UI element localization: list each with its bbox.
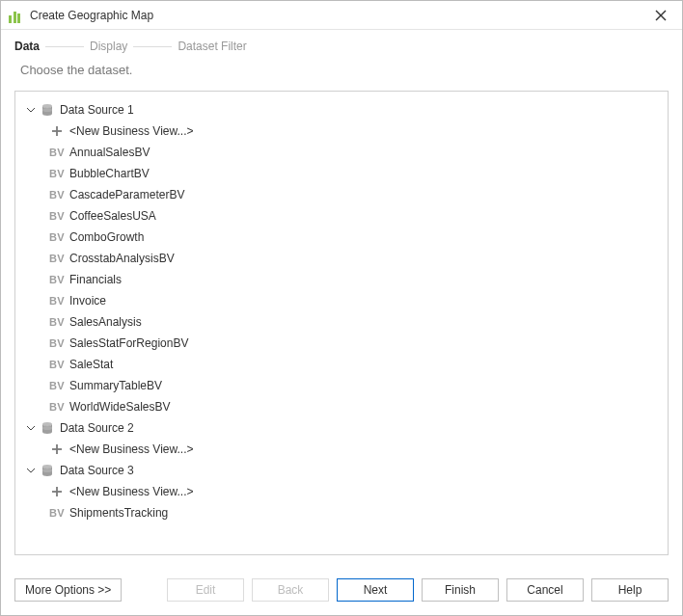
tree-bv-row[interactable]: BVSummaryTableBV [21,375,662,396]
tree-toggle[interactable] [25,104,37,116]
database-icon [39,101,56,119]
close-icon [655,10,667,21]
close-button[interactable] [647,2,674,29]
bv-icon: BV [48,398,66,415]
tree-source-label: Data Source 3 [60,464,134,477]
dataset-tree-container: Data Source 1<New Business View...>BVAnn… [14,91,669,555]
bv-icon: BV [48,292,66,309]
window-title: Create Geographic Map [30,9,153,22]
bv-icon: BV [48,228,66,246]
tree-item-label: BubbleChartBV [69,167,150,180]
app-icon [9,8,24,23]
plus-icon [48,122,66,140]
next-button[interactable]: Next [337,578,414,602]
tree-item-label: ComboGrowth [69,230,144,244]
titlebar: Create Geographic Map [1,1,682,30]
tree-item-label: CrosstabAnalysisBV [69,252,175,265]
subheader: Choose the dataset. [1,59,682,91]
tree-source-label: Data Source 1 [60,103,134,117]
tree-toggle[interactable] [25,422,37,434]
tree-bv-row[interactable]: BVInvoice [21,290,662,311]
tree-new-bv-row[interactable]: <New Business View...> [21,121,662,142]
tree-bv-row[interactable]: BVComboGrowth [21,227,662,248]
svg-point-10 [42,465,52,469]
bv-icon: BV [48,313,66,331]
back-button[interactable]: Back [252,578,329,602]
svg-point-11 [42,469,52,472]
tree-source-row[interactable]: Data Source 2 [21,417,662,439]
database-icon [41,464,54,477]
database-icon [39,462,56,479]
plus-icon [48,441,66,458]
step-separator [133,46,172,47]
help-button[interactable]: Help [591,578,669,602]
bv-icon: BV [48,271,66,288]
step-separator [45,46,84,47]
tree-bv-row[interactable]: BVCrosstabAnalysisBV [21,248,662,269]
tree-item-label: WorldWideSalesBV [69,400,170,414]
bv-icon: BV [48,144,66,161]
tree-bv-row[interactable]: BVSalesStatForRegionBV [21,333,662,354]
database-icon [39,419,56,437]
tree-item-label: SummaryTableBV [69,379,162,392]
tree-item-label: Invoice [69,294,106,308]
bv-icon: BV [48,377,66,394]
step-dataset-filter[interactable]: Dataset Filter [178,40,246,53]
tree-new-bv-row[interactable]: <New Business View...> [21,439,662,460]
bv-icon: BV [48,335,66,352]
tree-bv-row[interactable]: BVShipmentsTracking [21,502,662,523]
tree-item-label: ShipmentsTracking [69,506,168,520]
tree-source-row[interactable]: Data Source 1 [21,99,662,121]
tree-bv-row[interactable]: BVAnnualSalesBV [21,142,662,163]
tree-item-label: CascadeParameterBV [69,188,184,201]
plus-icon [51,125,63,137]
finish-button[interactable]: Finish [422,578,499,602]
tree-item-label: <New Business View...> [69,124,194,138]
svg-point-2 [42,104,52,108]
more-options-button[interactable]: More Options >> [14,578,122,602]
svg-point-7 [42,426,52,430]
bv-icon: BV [48,165,66,182]
tree-bv-row[interactable]: BVWorldWideSalesBV [21,396,662,417]
cancel-button[interactable]: Cancel [506,578,584,602]
tree-source-row[interactable]: Data Source 3 [21,460,662,481]
bv-icon: BV [48,207,66,225]
plus-icon [51,443,63,455]
dataset-tree[interactable]: Data Source 1<New Business View...>BVAnn… [21,99,662,523]
wizard-steps: Data Display Dataset Filter [1,30,682,59]
plus-icon [48,483,66,500]
chevron-down-icon [26,466,36,475]
database-icon [41,103,54,117]
database-icon [41,421,54,435]
bv-icon: BV [48,250,66,267]
chevron-down-icon [26,423,36,433]
bv-icon: BV [48,504,66,522]
tree-toggle[interactable] [25,465,37,476]
step-display[interactable]: Display [90,40,127,53]
tree-source-label: Data Source 2 [60,421,134,435]
tree-item-label: SaleStat [69,358,113,371]
bv-icon: BV [48,356,66,373]
footer: More Options >> Edit Back Next Finish Ca… [1,569,682,615]
tree-bv-row[interactable]: BVSaleStat [21,354,662,375]
chevron-down-icon [26,105,36,115]
tree-item-label: SalesAnalysis [69,315,142,329]
step-data[interactable]: Data [14,40,40,53]
tree-item-label: Financials [69,273,122,286]
bv-icon: BV [48,186,66,203]
tree-bv-row[interactable]: BVFinancials [21,269,662,290]
tree-item-label: <New Business View...> [69,442,194,456]
svg-point-6 [42,422,52,426]
tree-bv-row[interactable]: BVBubbleChartBV [21,163,662,184]
tree-bv-row[interactable]: BVSalesAnalysis [21,311,662,333]
tree-item-label: AnnualSalesBV [69,146,150,159]
plus-icon [51,486,63,497]
tree-bv-row[interactable]: BVCoffeeSalesUSA [21,205,662,227]
tree-new-bv-row[interactable]: <New Business View...> [21,481,662,502]
svg-point-3 [42,108,52,112]
tree-bv-row[interactable]: BVCascadeParameterBV [21,184,662,205]
edit-button[interactable]: Edit [167,578,244,602]
tree-item-label: <New Business View...> [69,485,194,498]
tree-item-label: CoffeeSalesUSA [69,209,156,223]
tree-item-label: SalesStatForRegionBV [69,336,188,350]
